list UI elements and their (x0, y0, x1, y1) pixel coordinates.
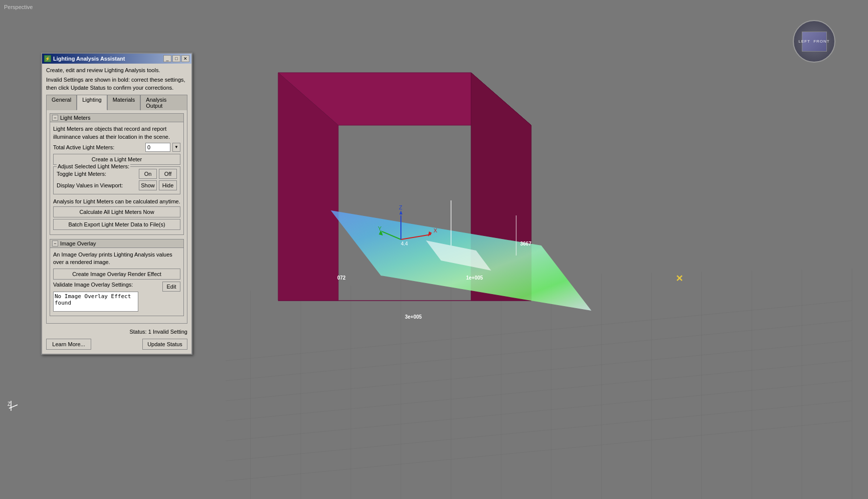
description-2: Invalid Settings are shown in bold: corr… (46, 76, 187, 92)
dialog-titlebar[interactable]: ⚡ Lighting Analysis Assistant _ □ ✕ (42, 54, 191, 64)
image-overlay-title: Image Overlay (60, 240, 96, 246)
validate-row: Validate Image Overlay Settings: Edit (53, 282, 180, 292)
toggle-on-button[interactable]: On (139, 169, 157, 179)
adjust-group: Adjust Selected Light Meters: Toggle Lig… (53, 166, 180, 194)
svg-text:3e+005: 3e+005 (405, 314, 422, 320)
tab-materials[interactable]: Materials (107, 95, 141, 110)
description-1: Create, edit and review Lighting Analysi… (46, 67, 187, 74)
dialog-footer: Learn More... Update Status (42, 337, 191, 354)
viewport-label: Perspective (4, 4, 33, 10)
calc-desc: Analysis for Light Meters can be calcula… (53, 198, 180, 204)
svg-text:Z: Z (399, 204, 402, 210)
dialog-title: ⚡ Lighting Analysis Assistant (44, 55, 125, 62)
dialog-icon: ⚡ (44, 55, 51, 62)
lighting-analysis-dialog: ⚡ Lighting Analysis Assistant _ □ ✕ Crea… (41, 53, 192, 355)
dialog-title-text: Lighting Analysis Assistant (53, 56, 125, 62)
update-status-button[interactable]: Update Status (142, 339, 187, 350)
light-meters-body: Light Meters are objects that record and… (50, 122, 183, 234)
light-meters-title: Light Meters (60, 115, 91, 121)
create-image-overlay-button[interactable]: Create Image Overlay Render Effect (53, 269, 180, 280)
total-meters-input[interactable] (145, 143, 170, 152)
svg-text:072: 072 (337, 275, 346, 281)
minimize-button[interactable]: _ (163, 55, 171, 62)
nav-cube-face[interactable]: LEFT FRONT (802, 32, 827, 52)
tab-general[interactable]: General (46, 95, 77, 110)
validate-label: Validate Image Overlay Settings: (53, 282, 160, 288)
svg-text:4.4: 4.4 (401, 241, 408, 246)
toggle-row: Toggle Light Meters: On Off (57, 169, 177, 179)
collapse-light-meters[interactable]: − (52, 115, 58, 121)
toggle-label: Toggle Light Meters: (57, 171, 137, 177)
dialog-body: Create, edit and review Lighting Analysi… (42, 64, 191, 327)
svg-text:Y: Y (378, 225, 382, 231)
dialog-window-controls: _ □ ✕ (163, 55, 189, 62)
toggle-off-button[interactable]: Off (159, 169, 177, 179)
light-meters-section: − Light Meters Light Meters are objects … (50, 113, 184, 235)
tab-analysis-output[interactable]: Analysis Output (140, 95, 187, 110)
validate-textarea[interactable]: No Image Overlay Effect found (53, 292, 138, 312)
image-overlay-body: An Image Overlay prints Lighting Analysi… (50, 248, 183, 316)
hide-button[interactable]: Hide (159, 180, 177, 190)
svg-text:X: X (433, 227, 438, 233)
close-button[interactable]: ✕ (181, 55, 189, 62)
edit-button[interactable]: Edit (162, 282, 180, 292)
light-meters-header: − Light Meters (50, 114, 183, 122)
image-overlay-section: − Image Overlay An Image Overlay prints … (50, 239, 184, 316)
tab-lighting[interactable]: Lighting (77, 95, 107, 110)
light-meters-desc: Light Meters are objects that record and… (53, 125, 180, 141)
total-label: Total Active Light Meters: (53, 144, 143, 150)
status-bar: Status: 1 Invalid Setting (42, 327, 191, 337)
spinner-button[interactable]: ▼ (172, 143, 180, 152)
learn-more-button[interactable]: Learn More... (46, 339, 91, 350)
adjust-legend: Adjust Selected Light Meters: (57, 163, 130, 169)
image-overlay-desc: An Image Overlay prints Lighting Analysi… (53, 251, 180, 267)
display-row: Display Values in Viewport: Show Hide (57, 180, 177, 190)
show-button[interactable]: Show (139, 180, 157, 190)
svg-text:Z: Z (8, 401, 11, 407)
total-meters-row: Total Active Light Meters: ▼ (53, 143, 180, 152)
batch-export-button[interactable]: Batch Export Light Meter Data to File(s) (53, 219, 180, 230)
svg-text:1e+005: 1e+005 (466, 275, 483, 281)
svg-text:3667: 3667 (520, 241, 532, 246)
svg-text:✕: ✕ (676, 274, 683, 284)
nav-cube-label: LEFT FRONT (798, 39, 829, 44)
tabs-bar: General Lighting Materials Analysis Outp… (46, 95, 187, 110)
calculate-light-meters-button[interactable]: Calculate All Light Meters Now (53, 206, 180, 217)
tab-content-lighting: − Light Meters Light Meters are objects … (46, 110, 187, 324)
nav-cube[interactable]: LEFT FRONT (793, 20, 838, 65)
maximize-button[interactable]: □ (172, 55, 180, 62)
display-label: Display Values in Viewport: (57, 182, 137, 188)
image-overlay-header: − Image Overlay (50, 239, 183, 248)
collapse-image-overlay[interactable]: − (52, 240, 58, 246)
